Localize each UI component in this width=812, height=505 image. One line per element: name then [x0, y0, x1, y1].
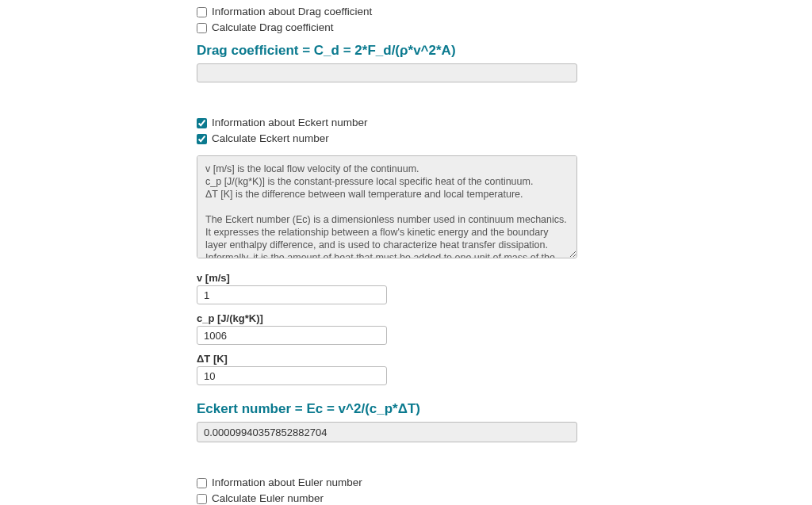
- eckert-calc-checkbox-label[interactable]: Calculate Eckert number: [212, 132, 329, 146]
- eckert-cp-label: c_p [J/(kg*K)]: [197, 312, 577, 324]
- euler-calc-checkbox[interactable]: [197, 494, 207, 504]
- drag-calc-checkbox-label[interactable]: Calculate Drag coefficient: [212, 21, 334, 35]
- euler-info-checkbox[interactable]: [197, 478, 207, 488]
- eckert-cp-input[interactable]: [197, 326, 387, 345]
- euler-info-checkbox-label[interactable]: Information about Euler number: [212, 476, 362, 490]
- eckert-v-label: v [m/s]: [197, 272, 577, 284]
- euler-info-checkbox-row: Information about Euler number: [197, 476, 577, 490]
- eckert-info-checkbox-row: Information about Eckert number: [197, 116, 577, 130]
- eckert-calc-checkbox[interactable]: [197, 134, 207, 144]
- drag-calc-checkbox-row: Calculate Drag coefficient: [197, 21, 577, 35]
- eckert-v-input[interactable]: [197, 285, 387, 304]
- drag-info-checkbox-label[interactable]: Information about Drag coefficient: [212, 5, 372, 19]
- eckert-calc-checkbox-row: Calculate Eckert number: [197, 132, 577, 146]
- drag-info-checkbox[interactable]: [197, 7, 207, 17]
- eckert-info-checkbox[interactable]: [197, 118, 207, 128]
- drag-calc-checkbox[interactable]: [197, 23, 207, 33]
- drag-info-checkbox-row: Information about Drag coefficient: [197, 5, 577, 19]
- eckert-result-box: 0.00009940357852882704: [197, 422, 577, 442]
- drag-result-box: [197, 63, 577, 82]
- eckert-dt-input[interactable]: [197, 366, 387, 385]
- eckert-formula-header: Eckert number = Ec = v^2/(c_p*ΔT): [197, 401, 577, 417]
- eckert-info-textarea[interactable]: [197, 155, 577, 258]
- drag-formula-header: Drag coefficient = C_d = 2*F_d/(ρ*v^2*A): [197, 43, 577, 59]
- euler-calc-checkbox-row: Calculate Euler number: [197, 492, 577, 505]
- euler-calc-checkbox-label[interactable]: Calculate Euler number: [212, 492, 324, 505]
- eckert-dt-label: ΔT [K]: [197, 353, 577, 365]
- form-container: Information about Drag coefficient Calcu…: [197, 0, 577, 505]
- eckert-info-checkbox-label[interactable]: Information about Eckert number: [212, 116, 368, 130]
